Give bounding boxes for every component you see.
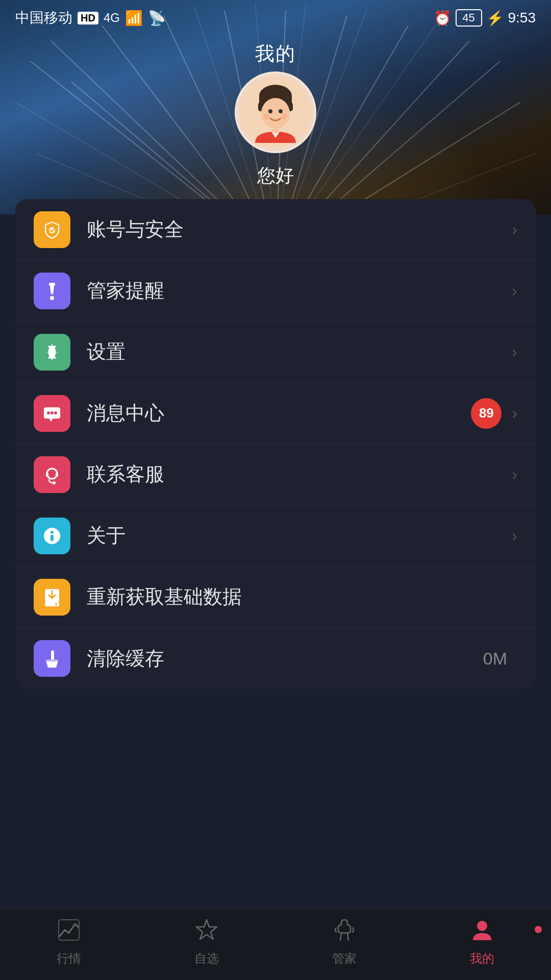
avatar-image [240, 77, 311, 148]
nav-item-butler[interactable]: 管家 [276, 918, 413, 972]
svg-point-29 [281, 113, 287, 119]
svg-point-39 [54, 411, 57, 414]
svg-point-40 [47, 469, 57, 479]
svg-line-10 [276, 61, 500, 214]
charging-icon: ⚡ [486, 10, 504, 27]
chevron-icon: › [512, 281, 517, 300]
mine-label: 我的 [470, 950, 494, 967]
nav-item-watchlist[interactable]: 自选 [138, 918, 276, 972]
signal-icon: 📶 [125, 10, 143, 27]
nav-item-mine[interactable]: 我的 [413, 918, 551, 972]
messages-icon-box [34, 395, 70, 432]
settings-icon-box [34, 334, 70, 371]
menu-item-support[interactable]: 联系客服 › [15, 444, 536, 505]
broom-icon [42, 648, 62, 669]
svg-rect-32 [49, 283, 55, 286]
network-icon: 4G [104, 11, 120, 25]
svg-point-43 [53, 481, 56, 484]
gear-icon [42, 342, 62, 362]
svg-point-54 [477, 921, 487, 931]
chevron-icon: › [512, 465, 517, 484]
watchlist-label: 自选 [194, 950, 219, 967]
svg-point-27 [279, 109, 283, 113]
chevron-icon: › [512, 404, 517, 423]
mine-icon [470, 918, 494, 946]
page-title: 我的 [0, 41, 551, 67]
info-icon [42, 526, 62, 546]
svg-rect-50 [51, 650, 54, 660]
battery-indicator: 45 [456, 9, 482, 27]
svg-point-25 [261, 98, 290, 129]
download-icon [42, 587, 62, 607]
chevron-icon: › [512, 526, 517, 545]
menu-item-cache[interactable]: 清除缓存 0M [15, 628, 536, 689]
status-right: ⏰ 45 ⚡ 9:53 [434, 9, 536, 27]
svg-point-34 [50, 296, 54, 300]
butler-label: 管家 [332, 950, 357, 967]
security-icon [34, 211, 70, 248]
security-label: 账号与安全 [87, 216, 512, 242]
watchlist-icon [194, 918, 219, 946]
svg-rect-51 [46, 659, 58, 662]
cache-icon-box [34, 640, 70, 677]
nav-item-market[interactable]: 行情 [0, 918, 138, 972]
time-display: 9:53 [508, 10, 536, 26]
menu-item-messages[interactable]: 消息中心 89 › [15, 383, 536, 444]
svg-rect-30 [272, 128, 279, 134]
headset-icon [42, 464, 62, 485]
chevron-icon: › [512, 220, 517, 239]
bottom-navigation: 行情 自选 管家 我的 [0, 909, 551, 980]
carrier-label: 中国移动 [15, 8, 72, 28]
status-bar: 中国移动 HD 4G 📶 📡 ⏰ 45 ⚡ 9:53 [0, 0, 551, 36]
data-icon-box [34, 579, 70, 616]
greeting-text: 您好 [0, 163, 551, 188]
svg-point-38 [51, 411, 54, 414]
cache-label: 清除缓存 [87, 646, 483, 672]
status-left: 中国移动 HD 4G 📶 📡 [15, 8, 166, 28]
main-menu-card: 账号与安全 › 管家提醒 › 设置 › [15, 199, 536, 689]
messages-badge: 89 [471, 398, 502, 429]
menu-item-data[interactable]: 重新获取基础数据 [15, 567, 536, 628]
reminder-icon-box [34, 273, 70, 309]
menu-item-about[interactable]: 关于 › [15, 505, 536, 567]
svg-point-26 [268, 109, 272, 113]
market-label: 行情 [57, 950, 81, 967]
svg-point-28 [264, 113, 270, 119]
market-icon [57, 918, 81, 946]
svg-marker-53 [196, 920, 217, 939]
butler-icon [42, 281, 62, 301]
butler-nav-icon [332, 918, 357, 946]
svg-point-45 [51, 531, 54, 534]
messages-label: 消息中心 [87, 400, 471, 426]
notification-dot [535, 926, 542, 933]
chevron-icon: › [512, 342, 517, 361]
reminder-label: 管家提醒 [87, 278, 512, 304]
alarm-icon: ⏰ [434, 10, 452, 27]
chat-icon [42, 403, 62, 424]
support-icon-box [34, 456, 70, 493]
settings-label: 设置 [87, 339, 512, 365]
svg-marker-33 [50, 286, 54, 295]
svg-rect-41 [46, 473, 48, 477]
menu-item-security[interactable]: 账号与安全 › [15, 199, 536, 260]
about-label: 关于 [87, 523, 512, 549]
svg-rect-46 [51, 535, 54, 541]
svg-point-37 [47, 411, 50, 414]
wifi-icon: 📡 [148, 10, 166, 27]
svg-rect-42 [56, 473, 58, 477]
support-label: 联系客服 [87, 461, 512, 487]
shield-icon [42, 219, 62, 240]
cache-value: 0M [483, 649, 507, 669]
avatar[interactable] [235, 71, 316, 153]
menu-item-reminder[interactable]: 管家提醒 › [15, 260, 536, 322]
about-icon-box [34, 518, 70, 554]
svg-point-49 [55, 603, 57, 605]
svg-rect-52 [59, 920, 79, 940]
hd-badge: HD [78, 12, 98, 24]
menu-item-settings[interactable]: 设置 › [15, 322, 536, 383]
data-label: 重新获取基础数据 [87, 584, 517, 610]
